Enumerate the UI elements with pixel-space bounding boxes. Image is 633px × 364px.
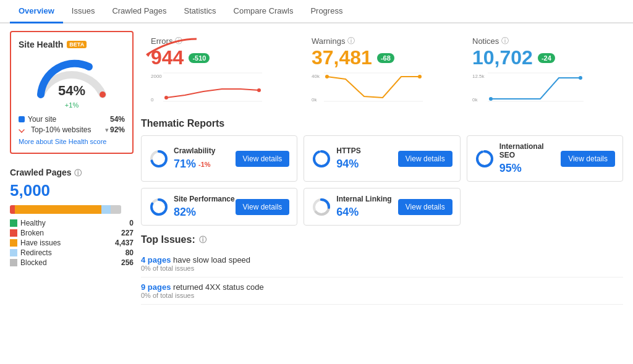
international-seo-score: 95% [499,162,561,175]
site-performance-view-btn[interactable]: View details [236,199,290,215]
notices-info-icon[interactable]: ⓘ [501,36,509,46]
redirects-dot [10,249,17,256]
metrics-row: Errors ⓘ 944 -510 2000 0 [141,31,623,109]
top10-arrow-icon [19,127,25,133]
notices-value: 10,702 -24 [472,46,613,69]
right-panel: Errors ⓘ 944 -510 2000 0 [141,31,623,305]
site-performance-name: Site Performance [174,195,235,203]
your-site-dot [19,116,25,122]
crawled-legend: Healthy 0 Broken 227 Have issues 4,437 R… [10,219,134,267]
thematic-internal-linking: Internal Linking 64% View details [304,188,460,226]
nav-tab-issues[interactable]: Issues [63,0,104,23]
site-health-title: Site Health BETA [19,40,125,49]
top-issues-info-icon[interactable]: ⓘ [199,235,206,245]
issue-sub-1: 0% of total issues [141,292,623,299]
blocked-label: Blocked [20,258,121,267]
bar-blocked [111,205,121,214]
warnings-chart: 40k 0k [312,72,452,104]
crawled-legend-healthy: Healthy 0 [10,219,134,227]
errors-title: Errors ⓘ [151,36,292,46]
notices-title: Notices ⓘ [472,36,613,46]
crawled-legend-broken: Broken 227 [10,229,134,237]
crawlability-left: Crawlability 71% -1% [149,146,215,171]
issue-desc-0: 4 pages have slow load speed [141,255,623,265]
broken-val: 227 [121,229,134,237]
thematic-international-seo: International SEO 95% View details [467,135,623,182]
issue-row-0: 4 pages have slow load speed 0% of total… [141,250,623,277]
crawled-legend-blocked: Blocked 256 [10,258,134,267]
gauge-container: 54% +1% [19,54,125,98]
errors-badge: -510 [189,53,210,63]
top10-dropdown-icon[interactable]: ▾ [105,126,109,134]
svg-point-13 [418,75,422,78]
notices-badge: -24 [538,53,555,63]
have-issues-label: Have issues [20,239,115,247]
internal-linking-score: 64% [336,206,391,219]
crawlability-view-btn[interactable]: View details [236,151,290,167]
blocked-val: 256 [121,258,134,267]
svg-point-19 [579,76,582,80]
blocked-dot [10,259,17,266]
https-name: HTTPS [336,146,360,155]
have-issues-dot [10,239,17,247]
top10-val: 92% [110,125,125,134]
nav-tab-progress[interactable]: Progress [302,0,351,23]
site-health-card: Site Health BETA 54% +1% Your site [10,31,134,154]
thematic-https: HTTPS 94% View details [304,135,460,182]
warnings-title: Warnings ⓘ [312,36,452,46]
issue-link-0[interactable]: 4 pages [141,255,171,265]
internal-linking-left: Internal Linking 64% [312,195,391,219]
crawled-legend-redirects: Redirects 80 [10,248,134,257]
https-left: HTTPS 94% [312,146,360,171]
warnings-card: Warnings ⓘ 37,481 -68 40k 0k [302,31,462,109]
svg-text:2000: 2000 [151,74,162,79]
svg-text:12.5k: 12.5k [472,74,485,79]
https-view-btn[interactable]: View details [398,151,452,167]
nav-tab-statistics[interactable]: Statistics [176,0,225,23]
errors-value: 944 -510 [151,46,292,69]
top10-row: Top-10% websites ▾ 92% [19,125,125,134]
nav-tab-overview[interactable]: Overview [10,0,63,23]
internal-linking-circle-icon [312,197,331,217]
site-health-label: Site Health [19,40,63,49]
main-content: Site Health BETA 54% +1% Your site [0,23,633,312]
international-seo-view-btn[interactable]: View details [561,151,615,167]
crawled-pages-title: Crawled Pages ⓘ [10,167,134,179]
top-issues-section: Top Issues: ⓘ 4 pages have slow load spe… [141,234,623,305]
crawlability-circle-icon [149,149,169,169]
svg-text:0k: 0k [472,97,478,103]
errors-info-icon[interactable]: ⓘ [175,36,182,46]
bar-broken [10,205,15,214]
svg-point-23 [314,151,329,166]
svg-point-1 [100,91,106,98]
issue-desc-1: 9 pages returned 4XX status code [141,282,623,292]
broken-dot [10,229,17,237]
bar-have-issues [15,205,101,214]
thematic-reports-section: Thematic Reports Crawlability 71% [141,118,623,226]
site-performance-circle-icon [149,197,169,217]
nav-tab-compare-crawls[interactable]: Compare Crawls [225,0,302,23]
thematic-site-performance: Site Performance 82% View details [141,188,297,226]
have-issues-val: 4,437 [115,239,134,247]
https-circle-icon [312,149,331,169]
thematic-reports-title: Thematic Reports [141,118,623,129]
international-seo-circle-icon [475,149,495,169]
site-performance-score: 82% [174,206,235,219]
issue-link-1[interactable]: 9 pages [141,282,171,292]
crawled-legend-have-issues: Have issues 4,437 [10,239,134,247]
svg-point-7 [257,88,261,92]
internal-linking-view-btn[interactable]: View details [398,199,452,215]
bar-redirects [101,205,110,214]
crawled-info-icon[interactable]: ⓘ [74,169,82,177]
site-performance-left: Site Performance 82% [149,195,235,219]
more-site-health-link[interactable]: More about Site Health score [19,138,125,145]
svg-text:0k: 0k [312,97,317,103]
errors-card: Errors ⓘ 944 -510 2000 0 [141,31,302,109]
notices-chart: 12.5k 0k [472,72,613,104]
issue-sub-0: 0% of total issues [141,265,623,272]
warnings-info-icon[interactable]: ⓘ [347,36,355,46]
warnings-value: 37,481 -68 [312,46,452,69]
crawled-bar [10,205,134,214]
nav-tab-crawled-pages[interactable]: Crawled Pages [103,0,175,23]
warnings-badge: -68 [377,53,394,63]
